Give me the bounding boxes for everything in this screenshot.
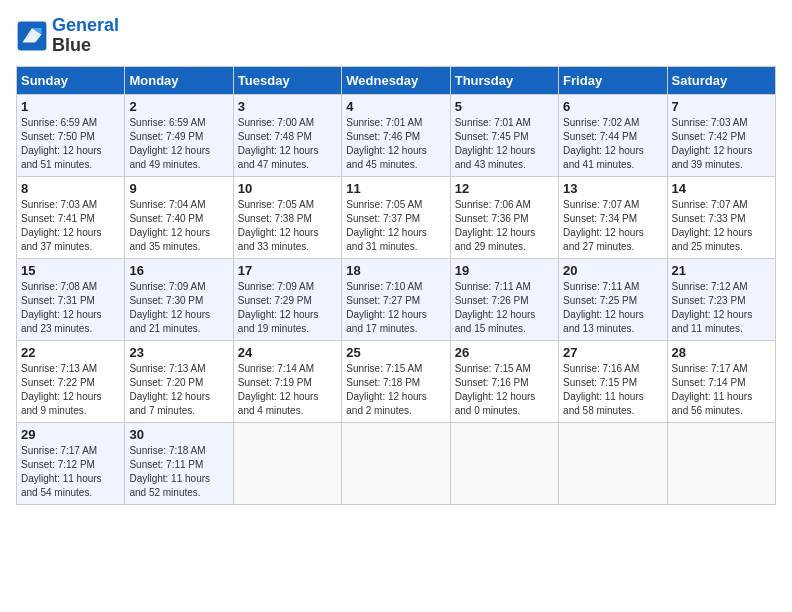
day-info: Sunrise: 7:01 AMSunset: 7:45 PMDaylight:…	[455, 116, 554, 172]
day-info: Sunrise: 7:16 AMSunset: 7:15 PMDaylight:…	[563, 362, 662, 418]
day-cell-23: 23 Sunrise: 7:13 AMSunset: 7:20 PMDaylig…	[125, 340, 233, 422]
day-number: 22	[21, 345, 120, 360]
day-info: Sunrise: 7:06 AMSunset: 7:36 PMDaylight:…	[455, 198, 554, 254]
day-number: 26	[455, 345, 554, 360]
day-number: 11	[346, 181, 445, 196]
day-info: Sunrise: 7:14 AMSunset: 7:19 PMDaylight:…	[238, 362, 337, 418]
day-info: Sunrise: 7:11 AMSunset: 7:26 PMDaylight:…	[455, 280, 554, 336]
logo-icon	[16, 20, 48, 52]
day-cell-18: 18 Sunrise: 7:10 AMSunset: 7:27 PMDaylig…	[342, 258, 450, 340]
day-number: 7	[672, 99, 771, 114]
day-info: Sunrise: 7:01 AMSunset: 7:46 PMDaylight:…	[346, 116, 445, 172]
day-cell-5: 5 Sunrise: 7:01 AMSunset: 7:45 PMDayligh…	[450, 94, 558, 176]
day-cell-2: 2 Sunrise: 6:59 AMSunset: 7:49 PMDayligh…	[125, 94, 233, 176]
empty-cell	[233, 422, 341, 504]
day-info: Sunrise: 7:02 AMSunset: 7:44 PMDaylight:…	[563, 116, 662, 172]
day-cell-19: 19 Sunrise: 7:11 AMSunset: 7:26 PMDaylig…	[450, 258, 558, 340]
day-info: Sunrise: 7:09 AMSunset: 7:29 PMDaylight:…	[238, 280, 337, 336]
day-info: Sunrise: 7:05 AMSunset: 7:37 PMDaylight:…	[346, 198, 445, 254]
day-cell-26: 26 Sunrise: 7:15 AMSunset: 7:16 PMDaylig…	[450, 340, 558, 422]
day-info: Sunrise: 7:11 AMSunset: 7:25 PMDaylight:…	[563, 280, 662, 336]
day-cell-14: 14 Sunrise: 7:07 AMSunset: 7:33 PMDaylig…	[667, 176, 775, 258]
day-number: 19	[455, 263, 554, 278]
day-number: 28	[672, 345, 771, 360]
day-info: Sunrise: 7:15 AMSunset: 7:18 PMDaylight:…	[346, 362, 445, 418]
day-info: Sunrise: 7:17 AMSunset: 7:12 PMDaylight:…	[21, 444, 120, 500]
weekday-header-saturday: Saturday	[667, 66, 775, 94]
day-info: Sunrise: 7:04 AMSunset: 7:40 PMDaylight:…	[129, 198, 228, 254]
day-cell-8: 8 Sunrise: 7:03 AMSunset: 7:41 PMDayligh…	[17, 176, 125, 258]
day-cell-10: 10 Sunrise: 7:05 AMSunset: 7:38 PMDaylig…	[233, 176, 341, 258]
day-info: Sunrise: 7:00 AMSunset: 7:48 PMDaylight:…	[238, 116, 337, 172]
empty-cell	[450, 422, 558, 504]
empty-cell	[559, 422, 667, 504]
weekday-header-thursday: Thursday	[450, 66, 558, 94]
day-number: 4	[346, 99, 445, 114]
logo: GeneralBlue	[16, 16, 119, 56]
day-info: Sunrise: 7:05 AMSunset: 7:38 PMDaylight:…	[238, 198, 337, 254]
day-number: 18	[346, 263, 445, 278]
day-cell-13: 13 Sunrise: 7:07 AMSunset: 7:34 PMDaylig…	[559, 176, 667, 258]
day-cell-28: 28 Sunrise: 7:17 AMSunset: 7:14 PMDaylig…	[667, 340, 775, 422]
day-cell-3: 3 Sunrise: 7:00 AMSunset: 7:48 PMDayligh…	[233, 94, 341, 176]
day-cell-15: 15 Sunrise: 7:08 AMSunset: 7:31 PMDaylig…	[17, 258, 125, 340]
day-cell-7: 7 Sunrise: 7:03 AMSunset: 7:42 PMDayligh…	[667, 94, 775, 176]
day-number: 16	[129, 263, 228, 278]
day-number: 12	[455, 181, 554, 196]
day-cell-4: 4 Sunrise: 7:01 AMSunset: 7:46 PMDayligh…	[342, 94, 450, 176]
logo-text: GeneralBlue	[52, 16, 119, 56]
day-number: 10	[238, 181, 337, 196]
day-info: Sunrise: 6:59 AMSunset: 7:50 PMDaylight:…	[21, 116, 120, 172]
day-info: Sunrise: 7:03 AMSunset: 7:42 PMDaylight:…	[672, 116, 771, 172]
day-cell-22: 22 Sunrise: 7:13 AMSunset: 7:22 PMDaylig…	[17, 340, 125, 422]
day-info: Sunrise: 7:18 AMSunset: 7:11 PMDaylight:…	[129, 444, 228, 500]
header: GeneralBlue	[16, 16, 776, 56]
empty-cell	[667, 422, 775, 504]
day-info: Sunrise: 7:07 AMSunset: 7:33 PMDaylight:…	[672, 198, 771, 254]
day-cell-9: 9 Sunrise: 7:04 AMSunset: 7:40 PMDayligh…	[125, 176, 233, 258]
day-number: 15	[21, 263, 120, 278]
day-number: 8	[21, 181, 120, 196]
day-cell-25: 25 Sunrise: 7:15 AMSunset: 7:18 PMDaylig…	[342, 340, 450, 422]
weekday-header-friday: Friday	[559, 66, 667, 94]
day-number: 2	[129, 99, 228, 114]
day-cell-16: 16 Sunrise: 7:09 AMSunset: 7:30 PMDaylig…	[125, 258, 233, 340]
day-number: 20	[563, 263, 662, 278]
day-number: 24	[238, 345, 337, 360]
day-info: Sunrise: 7:15 AMSunset: 7:16 PMDaylight:…	[455, 362, 554, 418]
day-number: 14	[672, 181, 771, 196]
day-info: Sunrise: 7:13 AMSunset: 7:22 PMDaylight:…	[21, 362, 120, 418]
day-number: 30	[129, 427, 228, 442]
weekday-header-wednesday: Wednesday	[342, 66, 450, 94]
day-number: 27	[563, 345, 662, 360]
day-cell-1: 1 Sunrise: 6:59 AMSunset: 7:50 PMDayligh…	[17, 94, 125, 176]
day-number: 13	[563, 181, 662, 196]
day-info: Sunrise: 7:03 AMSunset: 7:41 PMDaylight:…	[21, 198, 120, 254]
day-info: Sunrise: 6:59 AMSunset: 7:49 PMDaylight:…	[129, 116, 228, 172]
day-info: Sunrise: 7:12 AMSunset: 7:23 PMDaylight:…	[672, 280, 771, 336]
day-cell-17: 17 Sunrise: 7:09 AMSunset: 7:29 PMDaylig…	[233, 258, 341, 340]
day-cell-20: 20 Sunrise: 7:11 AMSunset: 7:25 PMDaylig…	[559, 258, 667, 340]
day-cell-6: 6 Sunrise: 7:02 AMSunset: 7:44 PMDayligh…	[559, 94, 667, 176]
day-number: 17	[238, 263, 337, 278]
day-number: 25	[346, 345, 445, 360]
calendar-table: SundayMondayTuesdayWednesdayThursdayFrid…	[16, 66, 776, 505]
day-info: Sunrise: 7:17 AMSunset: 7:14 PMDaylight:…	[672, 362, 771, 418]
day-info: Sunrise: 7:13 AMSunset: 7:20 PMDaylight:…	[129, 362, 228, 418]
day-cell-27: 27 Sunrise: 7:16 AMSunset: 7:15 PMDaylig…	[559, 340, 667, 422]
weekday-header-sunday: Sunday	[17, 66, 125, 94]
empty-cell	[342, 422, 450, 504]
day-cell-30: 30 Sunrise: 7:18 AMSunset: 7:11 PMDaylig…	[125, 422, 233, 504]
day-cell-29: 29 Sunrise: 7:17 AMSunset: 7:12 PMDaylig…	[17, 422, 125, 504]
day-info: Sunrise: 7:10 AMSunset: 7:27 PMDaylight:…	[346, 280, 445, 336]
day-cell-21: 21 Sunrise: 7:12 AMSunset: 7:23 PMDaylig…	[667, 258, 775, 340]
day-number: 9	[129, 181, 228, 196]
day-number: 21	[672, 263, 771, 278]
day-info: Sunrise: 7:09 AMSunset: 7:30 PMDaylight:…	[129, 280, 228, 336]
day-info: Sunrise: 7:08 AMSunset: 7:31 PMDaylight:…	[21, 280, 120, 336]
weekday-header-monday: Monday	[125, 66, 233, 94]
day-number: 6	[563, 99, 662, 114]
day-number: 3	[238, 99, 337, 114]
day-cell-11: 11 Sunrise: 7:05 AMSunset: 7:37 PMDaylig…	[342, 176, 450, 258]
weekday-header-tuesday: Tuesday	[233, 66, 341, 94]
